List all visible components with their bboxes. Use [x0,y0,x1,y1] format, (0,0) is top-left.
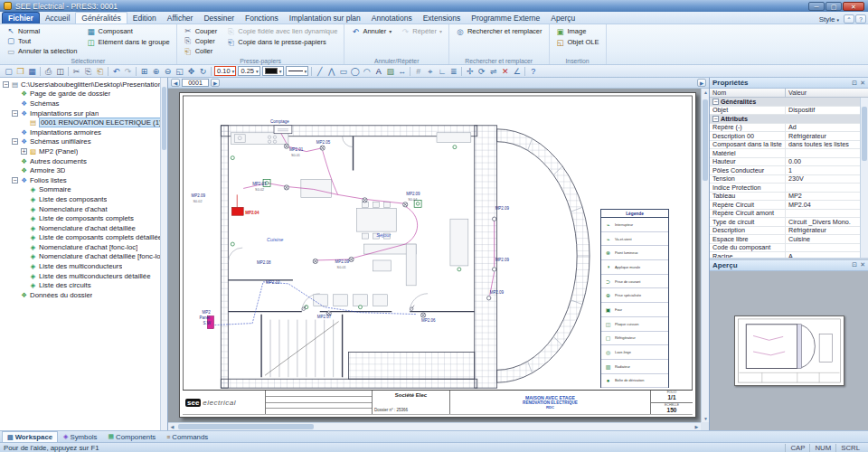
tab-edition[interactable]: Edition [127,13,162,24]
arc-tool-icon[interactable]: ◠ [361,66,373,77]
circle-tool-icon[interactable]: ◯ [349,66,361,77]
dock-tab-commands[interactable]: ≡Commands [161,431,213,442]
tab-generalites[interactable]: Généralités [75,12,127,24]
dimension-tool-icon[interactable]: ↔ [396,66,408,77]
collapse-icon[interactable]: − [12,177,18,184]
tab-accueil[interactable]: Accueil [40,13,75,24]
coller-button[interactable]: ⎗Coller [182,47,220,56]
close-button[interactable]: ✕ [843,2,864,11]
previous-page-button[interactable]: ◀ [171,79,180,87]
rechercher-et-remplacer-button[interactable]: ◎Rechercher et remplacer [454,26,544,36]
annuler-la-selection-button[interactable]: ▭Annuler la sélection [5,47,79,56]
tree-item-mp2-panel[interactable]: +▧MP2 (Panel) [0,146,167,156]
tree-item-sommaire[interactable]: ◈Sommaire [0,185,167,195]
property-row-attributs[interactable]: −Attributs [710,115,860,124]
tree-item-liste-des-multiconducteurs-detai[interactable]: ◈Liste des multiconducteurs détaillée [0,271,167,281]
property-row-code-du-composant[interactable]: Code du composant [710,244,860,253]
tab-extensions[interactable]: Extensions [418,13,467,24]
copie-dans-le-presse-papiers-button[interactable]: ⎗Copie dans le presse-papiers [224,37,339,47]
tab-implantation-sur-plan[interactable]: Implantation sur plan [284,13,366,24]
rotate-tool-icon[interactable]: ⟳ [476,66,487,77]
maximize-button[interactable]: ▢ [826,2,842,11]
line-tool-icon[interactable]: ╱ [314,66,326,77]
tab-fichier[interactable]: Fichier [2,12,40,24]
open-file-icon[interactable]: ❒ [14,66,26,77]
tab-dessiner[interactable]: Dessiner [198,13,240,24]
ortho-toggle-icon[interactable]: ∟ [436,66,448,77]
tab-annotations[interactable]: Annotations [366,13,418,24]
measure-icon[interactable]: ∠ [511,66,523,77]
mirror-tool-icon[interactable]: ⇌ [487,66,499,77]
snap-toggle-icon[interactable]: ⌖ [424,66,436,77]
drawing-sheet[interactable]: ComptageMP2.01S0-01MP2.05MP2.03S0-02MP2.… [179,92,696,418]
polyline-tool-icon[interactable]: ⋀ [326,66,337,77]
property-row-generalites[interactable]: −Généralités [710,98,860,107]
tree-item-0001-renovation-electrique-1[interactable]: ▤0001 RENOVATION ELECTRIQUE (1) [0,118,167,127]
tree-item-implantations-armoires[interactable]: ❖Implantations armoires [0,127,167,137]
move-tool-icon[interactable]: ✢ [464,66,476,77]
dock-tab-workspace[interactable]: ▤Workspace [2,431,58,442]
property-row-hauteur[interactable]: Hauteur0.00 [710,158,860,167]
help-icon[interactable]: ? [855,14,866,24]
dock-tab-symbols[interactable]: ◈Symbols [58,431,102,442]
pin-icon[interactable]: ⊡ [852,80,857,87]
property-row-description[interactable]: DescriptionRéfrigérateur [710,227,860,236]
property-row-composant-dans-la-liste[interactable]: Composant dans la listedans toutes les l… [710,141,860,150]
selected-fridge-symbol[interactable] [231,207,243,215]
tab-programme-externe[interactable]: Programme Externe [466,13,545,24]
collapse-icon[interactable]: − [712,116,719,122]
save-icon[interactable]: ▦ [26,66,38,77]
properties-scrollbar[interactable] [860,98,868,258]
tree-item-liste-de-composants-complets[interactable]: ◈Liste de composants complets [0,213,167,223]
property-row-objet[interactable]: ObjetDispositif [710,107,860,116]
property-row-repere-circuit[interactable]: Repère CircuitMP2.04 [710,201,860,210]
zoom-in-icon[interactable]: ⊕ [150,66,162,77]
tab-afficher[interactable]: Afficher [162,13,199,24]
property-row-repere-circuit-amont[interactable]: Repère Circuit amont [710,210,860,219]
next-page-button[interactable]: ▶ [211,79,220,87]
canvas-body[interactable]: ComptageMP2.01S0-01MP2.05MP2.03S0-02MP2.… [168,89,709,430]
zoom-scale-input[interactable]: 0.25▾ [238,66,259,76]
copy-icon[interactable]: ⎘ [82,66,94,77]
objet-ole-button[interactable]: ◱Objet OLE [554,37,601,47]
repeter-button[interactable]: ↷Répéter▾ [399,26,444,36]
image-button[interactable]: ▣Image [554,26,601,36]
composant-button[interactable]: ▦Composant [84,26,171,36]
text-tool-icon[interactable]: A [373,66,384,77]
tree-item-autres-documents[interactable]: ❖Autres documents [0,156,167,166]
property-row-espace-libre[interactable]: Espace libreCuisine [710,235,860,244]
tree-item-donnees-du-dossier[interactable]: ❖Données du dossier [0,290,167,300]
close-panel-icon[interactable]: ✕ [860,261,865,268]
collapse-icon[interactable]: − [3,81,9,88]
zoom-window-icon[interactable]: ⊞ [138,66,150,77]
tree-item-schemas[interactable]: ❖Schémas [0,99,167,108]
collapse-icon[interactable]: − [12,138,18,145]
workspace-scrollbar[interactable] [160,78,167,430]
tree-item-nomenclature-d-achat[interactable]: ◈Nomenclature d'achat [0,204,167,214]
print-icon[interactable]: ⎙ [42,66,54,77]
normal-button[interactable]: ↖Normal [5,26,79,35]
tree-item-schemas-unifilaires[interactable]: −❖Schémas unifilaires [0,137,167,147]
tree-item-liste-des-circuits[interactable]: ◈Liste des circuits [0,280,167,290]
property-row-poles-conducteur[interactable]: Pôles Conducteur1 [710,166,860,175]
tree-item-implantations-sur-plan[interactable]: −❖Implantations sur plan [0,108,167,118]
page-number-field[interactable]: 0001 [182,79,209,87]
grid-toggle-icon[interactable]: # [412,66,424,77]
collapse-icon[interactable]: − [712,99,719,105]
collapse-icon[interactable]: − [12,110,18,117]
layers-icon[interactable]: ≣ [448,66,459,77]
copier-button[interactable]: ⎘Copier [182,36,220,45]
cut-icon[interactable]: ✂ [71,66,82,77]
property-row-indice-protection[interactable]: Indice Protection [710,184,860,193]
tab-fonctions[interactable]: Fonctions [240,13,284,24]
line-style-picker[interactable]: ▾ [286,66,309,76]
canvas-vertical-scrollbar[interactable]: ▲ ▼ [701,89,709,422]
tree-item-page-de-garde-de-dossier[interactable]: ❖Page de garde de dossier [0,89,167,99]
minimize-ribbon-icon[interactable]: ⌃ [844,14,854,24]
paste-icon[interactable]: ⎗ [94,66,106,77]
redo-icon[interactable]: ↷ [122,66,134,77]
pan-icon[interactable]: ✥ [185,66,197,77]
close-panel-icon[interactable]: ✕ [860,80,865,87]
element-dans-le-groupe-button[interactable]: ◫Elément dans le groupe [84,37,171,47]
rectangle-tool-icon[interactable]: ▭ [337,66,349,77]
